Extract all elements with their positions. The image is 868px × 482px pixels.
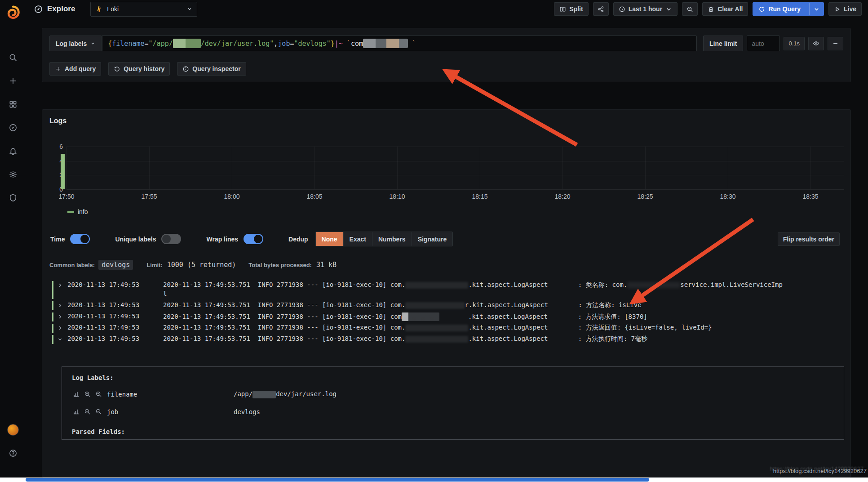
- stats-icon[interactable]: [73, 391, 80, 397]
- help-icon[interactable]: [0, 442, 26, 465]
- clear-all-button[interactable]: Clear All: [702, 2, 748, 16]
- log-row[interactable]: 2020-11-13 17:49:532020-11-13 17:49:53.7…: [49, 334, 843, 345]
- flip-results-order-button[interactable]: Flip results order: [778, 232, 840, 246]
- plus-icon: [55, 66, 62, 72]
- dedup-option-none[interactable]: None: [316, 232, 344, 246]
- log-row[interactable]: 2020-11-13 17:49:532020-11-13 17:49:53.7…: [49, 300, 843, 311]
- expand-chevron-icon[interactable]: [58, 282, 64, 299]
- expand-chevron-icon[interactable]: [58, 302, 64, 310]
- x-axis-tick: 18:30: [714, 193, 741, 200]
- text-segment: .kit.aspect.LogAspect : 方法执行时间: 7毫秒: [468, 335, 647, 342]
- text-segment: 2020-11-13 17:49:53.751 INFO 2771938 ---…: [163, 313, 402, 320]
- scrollbar-thumb[interactable]: [26, 478, 649, 482]
- create-plus-icon[interactable]: [0, 69, 26, 93]
- log-row[interactable]: 2020-11-13 17:49:532020-11-13 17:49:53.7…: [49, 322, 843, 334]
- redaction-block: [402, 312, 439, 321]
- filter-for-zoom-in-icon[interactable]: [84, 408, 91, 415]
- expand-chevron-icon[interactable]: [58, 325, 64, 333]
- gridline-v: [728, 147, 728, 189]
- admin-shield-icon[interactable]: [0, 186, 26, 210]
- dedup-option-exact[interactable]: Exact: [344, 232, 372, 246]
- share-button[interactable]: [593, 2, 609, 16]
- sidebar: [0, 0, 26, 478]
- gridline-v: [149, 147, 150, 189]
- grafana-logo[interactable]: [0, 0, 26, 25]
- log-labels-dropdown[interactable]: Log labels: [49, 36, 102, 51]
- alerting-bell-icon[interactable]: [0, 139, 26, 163]
- loki-logo-icon: [95, 5, 103, 13]
- run-query-button[interactable]: Run Query: [753, 2, 824, 16]
- trash-icon: [708, 6, 714, 13]
- query-inspector-button[interactable]: Query inspector: [177, 62, 246, 76]
- log-row-message: 2020-11-13 17:49:53.751 INFO 2771938 ---…: [163, 281, 783, 299]
- text-segment: devlogs: [234, 408, 260, 415]
- log-row[interactable]: 2020-11-13 17:49:532020-11-13 17:49:53.7…: [49, 311, 843, 322]
- line-limit-input[interactable]: [747, 36, 780, 51]
- filter-out-zoom-out-icon[interactable]: [95, 408, 102, 415]
- run-query-dropdown[interactable]: [809, 3, 824, 15]
- datasource-picker[interactable]: Loki: [90, 2, 197, 17]
- elapsed-time-badge: 0.1s: [784, 37, 805, 50]
- log-row-time: 2020-11-13 17:49:53: [67, 312, 141, 321]
- explore-compass-icon[interactable]: [0, 116, 26, 139]
- filter-out-zoom-out-icon[interactable]: [95, 391, 102, 397]
- horizontal-scrollbar[interactable]: [0, 478, 868, 482]
- time-toggle[interactable]: [70, 234, 90, 244]
- logs-panel-title: Logs: [49, 117, 843, 125]
- logs-histogram-chart[interactable]: 024617:5017:5518:0018:0518:1018:1518:201…: [66, 147, 844, 189]
- search-icon[interactable]: [0, 46, 26, 69]
- dedup-option-signature[interactable]: Signature: [412, 232, 453, 246]
- minus-icon: [832, 40, 839, 47]
- live-button[interactable]: Live: [828, 2, 862, 16]
- zoom-out-icon: [686, 6, 693, 13]
- watermark-url: https://blog.csdn.net/lcy1429920627: [773, 468, 867, 474]
- x-axis-tick: 18:10: [384, 193, 411, 200]
- log-level-indicator: [52, 324, 53, 333]
- dedup-option-numbers[interactable]: Numbers: [372, 232, 412, 246]
- user-avatar[interactable]: [0, 418, 26, 442]
- log-row[interactable]: 2020-11-13 17:49:532020-11-13 17:49:53.7…: [49, 280, 843, 300]
- stats-icon[interactable]: [73, 408, 80, 415]
- text-segment: 2020-11-13 17:49:53.751 INFO 2771938 ---…: [163, 281, 405, 288]
- x-axis-tick: 18:25: [632, 193, 659, 200]
- expand-chevron-icon[interactable]: [58, 313, 64, 321]
- common-labels-value: devlogs: [98, 260, 133, 270]
- gridline-v: [480, 147, 480, 189]
- add-query-button[interactable]: Add query: [49, 62, 101, 76]
- gridline-v: [314, 147, 315, 189]
- gridline-v: [232, 147, 232, 189]
- unique-labels-toggle[interactable]: [161, 234, 181, 244]
- bytes-processed-label: Total bytes processed:: [248, 262, 312, 268]
- chevron-down-icon: [665, 6, 672, 13]
- common-labels-label: Common labels:: [49, 262, 95, 268]
- log-row-time: 2020-11-13 17:49:53: [67, 335, 141, 344]
- zoom-out-button[interactable]: [682, 2, 698, 16]
- configuration-gear-icon[interactable]: [0, 163, 26, 186]
- legend-item-info[interactable]: info: [67, 208, 843, 215]
- play-icon: [834, 6, 841, 13]
- collapse-chevron-icon[interactable]: [58, 336, 64, 344]
- text-segment: 2020-11-13 17:49:53.751 INFO 2771938 ---…: [163, 324, 405, 331]
- detail-field-row: jobdevlogs: [73, 408, 834, 415]
- split-button[interactable]: Split: [554, 2, 588, 16]
- share-icon: [598, 6, 604, 13]
- query-expression[interactable]: {filename="/app//dev/jar/user.log",job="…: [102, 36, 697, 51]
- text-segment: =: [145, 40, 149, 48]
- logs-panel: Logs 024617:5017:5518:0018:0518:1018:151…: [42, 109, 851, 478]
- gridline-h: [66, 189, 844, 190]
- hide-query-button[interactable]: [808, 37, 824, 50]
- log-level-indicator: [52, 301, 53, 310]
- log-row-time: 2020-11-13 17:49:53: [67, 281, 141, 299]
- time-range-picker[interactable]: Last 1 hour: [613, 2, 678, 16]
- filter-for-zoom-in-icon[interactable]: [84, 391, 91, 397]
- log-level-indicator: [52, 335, 53, 344]
- gridline-v: [645, 147, 646, 189]
- text-segment: com: [351, 40, 363, 48]
- text-segment: =: [290, 40, 294, 48]
- remove-query-button[interactable]: [828, 37, 843, 50]
- histogram-bar[interactable]: [61, 154, 65, 189]
- dashboards-icon[interactable]: [0, 93, 26, 116]
- query-history-button[interactable]: Query history: [108, 62, 170, 76]
- gridline-v: [397, 147, 398, 189]
- wrap-lines-toggle[interactable]: [244, 234, 263, 244]
